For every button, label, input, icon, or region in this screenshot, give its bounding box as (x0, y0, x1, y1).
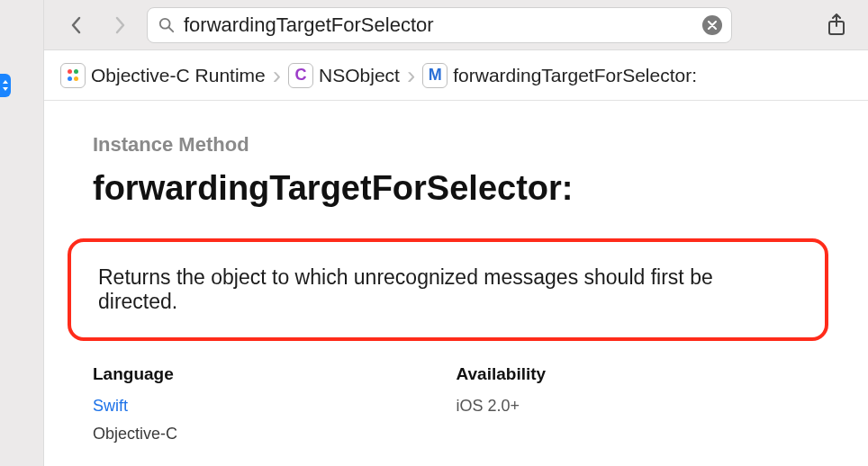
doc-content: Instance Method forwardingTargetForSelec… (44, 101, 868, 444)
meta-row: Language Swift Objective-C Availability … (93, 364, 819, 444)
svg-point-0 (160, 18, 170, 28)
nav-arrows (66, 15, 131, 35)
breadcrumb-class[interactable]: C NSObject (288, 63, 400, 88)
summary-text: Returns the object to which unrecognized… (98, 265, 798, 314)
breadcrumb-framework-label: Objective-C Runtime (91, 65, 266, 86)
doc-panel: Objective-C Runtime › C NSObject › M for… (43, 0, 868, 466)
breadcrumb-separator-icon: › (271, 63, 283, 88)
class-icon: C (288, 63, 313, 88)
search-icon (158, 17, 175, 33)
availability-section: Availability iOS 2.0+ (457, 364, 820, 444)
symbol-kind-label: Instance Method (93, 133, 819, 157)
breadcrumb-separator-icon: › (405, 63, 417, 88)
back-button[interactable] (66, 15, 86, 35)
search-field-wrap (147, 7, 732, 43)
framework-icon (60, 63, 86, 88)
breadcrumb: Objective-C Runtime › C NSObject › M for… (44, 50, 868, 101)
language-section: Language Swift Objective-C (93, 364, 457, 444)
breadcrumb-framework[interactable]: Objective-C Runtime (60, 63, 266, 88)
availability-item: iOS 2.0+ (457, 397, 820, 416)
summary-highlight-box: Returns the object to which unrecognized… (68, 238, 828, 341)
sidebar-toggle[interactable] (0, 74, 11, 97)
share-button[interactable] (827, 13, 846, 37)
language-swift-link[interactable]: Swift (93, 397, 457, 416)
breadcrumb-method[interactable]: M forwardingTargetForSelector: (422, 63, 697, 88)
language-current: Objective-C (93, 425, 457, 444)
forward-button[interactable] (111, 15, 131, 35)
method-icon: M (422, 63, 448, 88)
page-title: forwardingTargetForSelector: (93, 169, 819, 208)
breadcrumb-class-label: NSObject (319, 65, 400, 86)
search-input[interactable] (184, 13, 693, 37)
svg-line-1 (169, 27, 174, 31)
breadcrumb-method-label: forwardingTargetForSelector: (453, 65, 697, 86)
toolbar (44, 0, 868, 50)
clear-search-button[interactable] (702, 15, 722, 35)
language-heading: Language (93, 364, 457, 384)
availability-heading: Availability (457, 364, 820, 384)
